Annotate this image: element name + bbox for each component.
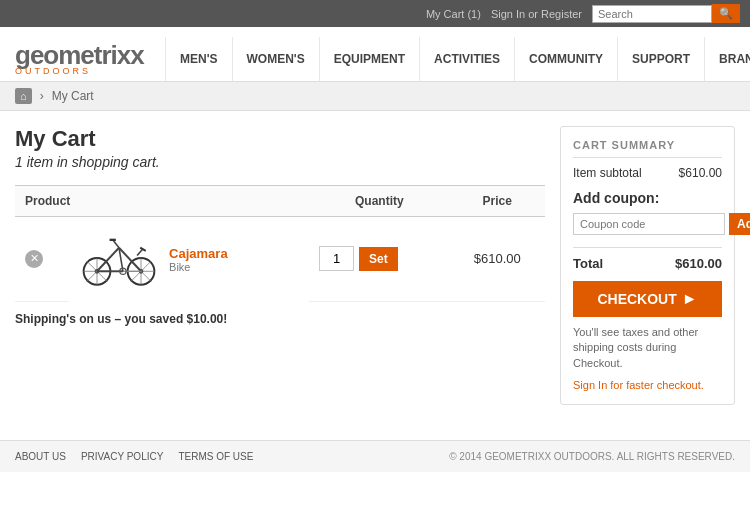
footer-link-about[interactable]: ABOUT US [15,451,66,462]
cart-title: My Cart [15,126,545,152]
nav-item-womens[interactable]: WOMEN'S [233,37,320,81]
product-cell: Cajamara Bike [69,217,309,301]
product-info: Cajamara Bike [169,246,228,273]
checkout-label: CHECKOUT [597,291,676,307]
main-nav: MEN'S WOMEN'S EQUIPMENT ACTIVITIES COMMU… [165,37,750,81]
shipping-message: Shipping's on us – you saved $10.00! [15,302,545,336]
coupon-heading: Add coupon: [573,190,722,206]
coupon-wrap: Add [573,213,722,235]
header: geometrixx OUTDOORS MEN'S WOMEN'S EQUIPM… [0,27,750,82]
subtotal-row: Item subtotal $610.00 [573,166,722,180]
total-value: $610.00 [675,256,722,271]
cart-area: My Cart 1 item in shopping cart. Product… [15,126,545,405]
add-coupon-button[interactable]: Add [729,213,750,235]
svg-line-9 [97,271,107,281]
svg-line-8 [87,261,97,271]
remove-button[interactable]: ✕ [25,250,43,268]
logo-text: geometrixx [15,42,135,68]
breadcrumb-current: My Cart [52,89,94,103]
signin-faster-link[interactable]: Sign In for faster checkout. [573,379,704,391]
svg-line-17 [141,271,151,281]
table-row: ✕ [15,217,545,302]
footer: ABOUT US PRIVACY POLICY TERMS OF USE © 2… [0,440,750,472]
svg-line-18 [131,271,141,281]
svg-line-25 [113,239,119,247]
subtotal-label: Item subtotal [573,166,642,180]
tax-note: You'll see taxes and other shipping cost… [573,325,722,371]
quantity-cell: Set [309,217,450,302]
quantity-input[interactable] [319,246,354,271]
bike-illustration [79,232,159,287]
breadcrumb-sep: › [40,89,44,103]
product-type: Bike [169,261,228,273]
nav-item-support[interactable]: SUPPORT [618,37,705,81]
search-input[interactable] [592,5,712,23]
summary-title: CART SUMMARY [573,139,722,158]
nav-item-mens[interactable]: MEN'S [165,37,233,81]
col-quantity: Quantity [309,186,450,217]
product-image [79,229,159,289]
nav-item-equipment[interactable]: EQUIPMENT [320,37,420,81]
nav-item-brand[interactable]: BRAND [705,37,750,81]
quantity-wrap: Set [319,246,440,271]
checkout-button[interactable]: CHECKOUT ► [573,281,722,317]
svg-line-20 [97,247,119,271]
col-product: Product [15,186,309,217]
cart-link[interactable]: My Cart (1) [426,8,481,20]
footer-links: ABOUT US PRIVACY POLICY TERMS OF USE [15,451,253,462]
coupon-input[interactable] [573,213,725,235]
search-wrap: 🔍 [592,4,740,23]
subtotal-value: $610.00 [679,166,722,180]
cart-subtitle: 1 item in shopping cart. [15,154,545,170]
top-bar: My Cart (1) Sign In or Register 🔍 [0,0,750,27]
product-name-link[interactable]: Cajamara [169,246,228,261]
home-icon[interactable]: ⌂ [15,88,32,104]
breadcrumb: ⌂ › My Cart [0,82,750,111]
set-button[interactable]: Set [359,247,398,271]
checkout-arrow-icon: ► [682,290,698,308]
cart-table: Product Quantity Price ✕ [15,185,545,302]
col-price: Price [450,186,545,217]
svg-line-10 [87,271,97,281]
remove-cell: ✕ [15,217,69,302]
total-row: Total $610.00 [573,247,722,271]
nav-item-community[interactable]: COMMUNITY [515,37,618,81]
main-content: My Cart 1 item in shopping cart. Product… [0,111,750,420]
nav-item-activities[interactable]: ACTIVITIES [420,37,515,81]
svg-line-27 [137,249,143,255]
svg-line-19 [141,261,151,271]
total-label: Total [573,256,603,271]
cart-summary: CART SUMMARY Item subtotal $610.00 Add c… [560,126,735,405]
price-cell: $610.00 [450,217,545,302]
signin-link[interactable]: Sign In or Register [491,8,582,20]
footer-copyright: © 2014 GEOMETRIXX OUTDOORS. ALL RIGHTS R… [449,451,735,462]
search-button[interactable]: 🔍 [712,4,740,23]
logo: geometrixx OUTDOORS [15,42,135,76]
footer-link-privacy[interactable]: PRIVACY POLICY [81,451,163,462]
footer-link-terms[interactable]: TERMS OF USE [178,451,253,462]
